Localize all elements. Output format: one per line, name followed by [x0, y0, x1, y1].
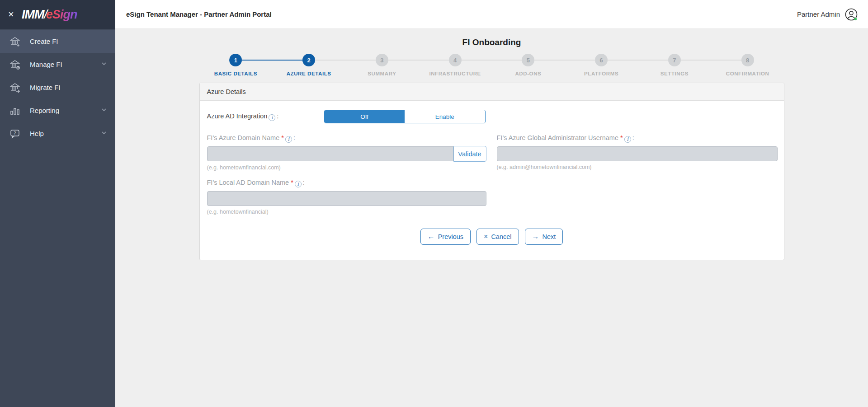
step-label: CONFIRMATION — [711, 71, 784, 76]
sidebar-item-label: Migrate FI — [30, 84, 61, 91]
step-basic-details[interactable]: 1 BASIC DETAILS — [199, 54, 273, 76]
azure-global-admin-hint: (e.g. admin@hometownfinancial.com) — [497, 164, 778, 170]
logo-bar: × IMM/eSign — [0, 0, 115, 29]
bank-plus-icon — [9, 36, 21, 47]
azure-domain-name-field: FI's Azure Domain Name*i: Validate (e.g.… — [207, 134, 486, 171]
validate-button[interactable]: Validate — [453, 146, 486, 162]
info-icon[interactable]: i — [295, 181, 302, 187]
sidebar-item-label: Create FI — [30, 37, 58, 45]
info-icon[interactable]: i — [285, 136, 292, 143]
step-circle: 7 — [668, 54, 681, 66]
chevron-down-icon — [101, 107, 107, 114]
chevron-down-icon — [101, 130, 107, 137]
step-azure-details[interactable]: 2 AZURE DETAILS — [272, 54, 345, 76]
sidebar-item-label: Manage FI — [30, 61, 62, 68]
sidebar-nav: Create FI Manage FI Migrate FI Reporting… — [0, 30, 115, 145]
step-label: SETTINGS — [638, 71, 711, 76]
step-circle: 3 — [376, 54, 388, 66]
step-confirmation[interactable]: 8 CONFIRMATION — [711, 54, 784, 76]
sidebar-item-reporting[interactable]: Reporting — [0, 99, 115, 122]
bar-chart-icon — [9, 105, 21, 117]
azure-global-admin-input[interactable] — [497, 146, 778, 161]
step-summary[interactable]: 3 SUMMARY — [345, 54, 419, 76]
step-label: SUMMARY — [345, 71, 419, 76]
toggle-off-button[interactable]: Off — [325, 110, 405, 123]
step-circle: 4 — [449, 54, 462, 66]
wizard-actions: ←Previous ×Cancel →Next — [207, 229, 777, 245]
sidebar: × IMM/eSign Create FI Manage FI Migrate … — [0, 0, 115, 407]
bank-arrow-icon — [9, 82, 21, 94]
step-circle: 6 — [595, 54, 608, 66]
bank-gear-icon — [9, 59, 21, 70]
step-settings[interactable]: 7 SETTINGS — [638, 54, 711, 76]
svg-text:?: ? — [14, 131, 16, 136]
close-icon: × — [484, 233, 488, 241]
sidebar-item-migrate-fi[interactable]: Migrate FI — [0, 76, 115, 99]
azure-ad-integration-row: Azure AD Integrationi: Off Enable — [207, 110, 777, 123]
cancel-button[interactable]: ×Cancel — [476, 229, 519, 245]
info-icon[interactable]: i — [624, 136, 631, 143]
brand-logo: IMM/eSign — [22, 8, 77, 22]
step-infrastructure[interactable]: 4 INFRASTRUCTURE — [419, 54, 492, 76]
left-arrow-icon: ← — [428, 233, 435, 241]
step-add-ons[interactable]: 5 ADD-ONS — [492, 54, 565, 76]
right-arrow-icon: → — [532, 233, 539, 241]
user-menu[interactable]: Partner Admin — [797, 8, 858, 21]
sidebar-item-create-fi[interactable]: Create FI — [0, 30, 115, 53]
sidebar-item-label: Help — [30, 130, 44, 137]
content-area: FI Onboarding 1 BASIC DETAILS 2 AZURE DE… — [115, 29, 868, 407]
azure-details-panel: Azure Details Azure AD Integrationi: Off… — [199, 83, 784, 260]
app-title: eSign Tenant Manager - Partner Admin Por… — [126, 10, 272, 18]
local-ad-domain-label: FI's Local AD Domain Name*i: — [207, 179, 486, 187]
info-icon[interactable]: i — [269, 114, 275, 121]
sidebar-item-manage-fi[interactable]: Manage FI — [0, 53, 115, 76]
azure-ad-integration-label: Azure AD Integrationi: — [207, 112, 279, 121]
toggle-enable-button[interactable]: Enable — [405, 110, 485, 123]
azure-domain-name-input[interactable] — [207, 146, 453, 161]
step-label: PLATFORMS — [565, 71, 638, 76]
brand-esign: eSign — [46, 8, 77, 21]
azure-ad-integration-toggle: Off Enable — [324, 110, 486, 123]
sidebar-item-help[interactable]: ? Help — [0, 122, 115, 145]
step-platforms[interactable]: 6 PLATFORMS — [565, 54, 638, 76]
azure-domain-name-hint: (e.g. hometownfinancial.com) — [207, 164, 486, 171]
topbar: eSign Tenant Manager - Partner Admin Por… — [115, 0, 868, 29]
next-button[interactable]: →Next — [525, 229, 563, 245]
user-avatar-icon[interactable] — [844, 8, 858, 21]
sidebar-close-icon[interactable]: × — [8, 9, 22, 20]
local-ad-domain-input[interactable] — [207, 191, 486, 206]
sidebar-item-label: Reporting — [30, 107, 59, 114]
brand-imm: IMM — [22, 8, 44, 21]
chevron-down-icon — [101, 61, 107, 68]
step-label: BASIC DETAILS — [199, 71, 273, 76]
onboarding-stepper: 1 BASIC DETAILS 2 AZURE DETAILS 3 SUMMAR… — [199, 54, 784, 76]
help-bubble-icon: ? — [9, 128, 21, 140]
panel-title: Azure Details — [200, 83, 784, 101]
previous-button[interactable]: ←Previous — [420, 229, 471, 245]
step-circle: 2 — [302, 54, 315, 66]
azure-global-admin-field: FI's Azure Global Administrator Username… — [497, 134, 778, 171]
step-circle: 5 — [522, 54, 534, 66]
local-ad-domain-field: FI's Local AD Domain Name*i: (e.g. homet… — [207, 179, 486, 215]
local-ad-domain-hint: (e.g. hometownfinancial) — [207, 209, 486, 215]
step-circle: 8 — [741, 54, 754, 66]
step-circle: 1 — [229, 54, 242, 66]
step-label: AZURE DETAILS — [272, 71, 345, 76]
user-name: Partner Admin — [797, 10, 840, 18]
step-label: INFRASTRUCTURE — [419, 71, 492, 76]
page-title: FI Onboarding — [115, 37, 868, 47]
azure-global-admin-label: FI's Azure Global Administrator Username… — [497, 134, 778, 143]
step-label: ADD-ONS — [492, 71, 565, 76]
azure-domain-name-label: FI's Azure Domain Name*i: — [207, 134, 486, 143]
